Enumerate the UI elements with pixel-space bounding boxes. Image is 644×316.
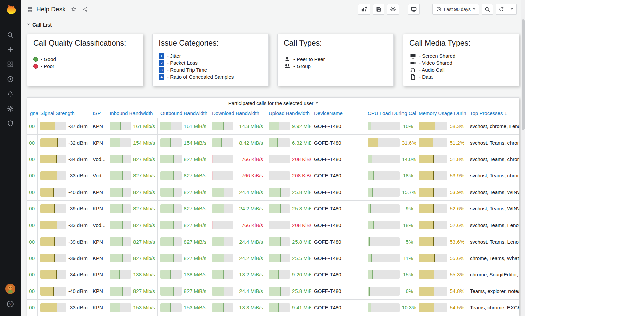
cell-signal: -33 dBm bbox=[38, 217, 90, 233]
cell-value: 24.2 MiB/s bbox=[239, 255, 263, 261]
cell-download: 24.2 MiB/s bbox=[209, 201, 266, 217]
refresh-interval-dropdown[interactable] bbox=[507, 4, 517, 15]
cell-value: 827 Mib/s bbox=[133, 255, 155, 261]
panel-call-quality: Call Quality Classifications: - Good- Po… bbox=[27, 34, 143, 86]
time-range-picker[interactable]: Last 90 days bbox=[432, 4, 479, 15]
gauge-bar bbox=[110, 303, 131, 312]
configuration-icon[interactable] bbox=[0, 101, 21, 116]
search-icon[interactable] bbox=[0, 28, 21, 42]
cell-value: -39 dBm bbox=[68, 206, 88, 211]
cell-num: 00 bbox=[27, 217, 38, 233]
gauge-bar bbox=[368, 138, 400, 147]
zoom-out-button[interactable] bbox=[482, 4, 493, 15]
column-header[interactable]: Top Processes↓ bbox=[467, 108, 519, 118]
explore-icon[interactable] bbox=[0, 72, 21, 87]
cell-inbound: 827 Mib/s bbox=[107, 201, 158, 217]
cell-num: 00 bbox=[27, 184, 38, 201]
cell-signal: -32 dBm bbox=[38, 135, 90, 151]
cell-device: GOFE-T480 bbox=[311, 201, 365, 217]
grafana-logo[interactable] bbox=[4, 3, 17, 17]
gauge-bar bbox=[212, 188, 233, 197]
cell-value: 153 Mib/s bbox=[133, 305, 155, 310]
dashboard-settings-button[interactable] bbox=[387, 4, 399, 15]
legend-label: - Screen Shared bbox=[419, 53, 455, 59]
admin-icon[interactable] bbox=[0, 116, 21, 131]
cell-value: 208 KiB/s bbox=[292, 156, 311, 162]
cell-value: 24.4 MiB/s bbox=[239, 239, 263, 245]
column-header[interactable]: Download Bandwidth bbox=[209, 108, 266, 118]
apps-grid-icon bbox=[27, 6, 33, 12]
add-panel-button[interactable] bbox=[358, 4, 370, 15]
save-dashboard-button[interactable] bbox=[373, 4, 384, 15]
cell-value: 25.8 MiB/s bbox=[292, 206, 311, 211]
cell-cpu: 18% bbox=[365, 217, 416, 233]
cell-inbound: 827 Mib/s bbox=[107, 250, 158, 266]
gauge-bar bbox=[269, 287, 290, 296]
column-header[interactable]: gnal bbox=[27, 108, 38, 118]
cell-num: 00 bbox=[27, 151, 38, 167]
help-icon[interactable]: ? bbox=[0, 297, 21, 311]
cell-device: GOFE-T480 bbox=[311, 151, 365, 167]
cell-upload: 25.8 MiB/s bbox=[266, 184, 311, 201]
cell-outbound: 154 MiB/s bbox=[158, 135, 209, 151]
legend-item: - Group bbox=[284, 63, 387, 70]
cell-mem: 52.6% bbox=[416, 217, 467, 233]
cell-value: 827 Mib/s bbox=[133, 222, 155, 228]
column-header[interactable]: Memory Usage Durin bbox=[416, 108, 467, 118]
cell-upload: 9.20 MiB/s bbox=[266, 266, 311, 283]
column-header[interactable]: Signal Strength bbox=[38, 108, 90, 118]
cell-cpu: 11% bbox=[365, 250, 416, 266]
cell-value: -39 dBm bbox=[68, 255, 88, 261]
cell-top: Teams, explorer, notes2 bbox=[467, 283, 519, 300]
legend-item: - Good bbox=[33, 56, 137, 63]
scrollbar-thumb[interactable] bbox=[522, 19, 525, 130]
refresh-button[interactable] bbox=[496, 4, 507, 15]
gauge-bar bbox=[269, 138, 290, 147]
legend-label: - Audio Call bbox=[419, 67, 445, 73]
legend-item: - Peer to Peer bbox=[284, 56, 387, 63]
gauge-bar bbox=[40, 122, 66, 130]
gauge-bar bbox=[40, 138, 66, 147]
cell-mem: 53.6% bbox=[416, 233, 467, 250]
cell-value: 8.42 MiB/s bbox=[239, 140, 263, 146]
cell-download: 24.4 MiB/s bbox=[209, 184, 266, 201]
table-panel-title[interactable]: Participated calls for the selected user bbox=[27, 98, 519, 108]
share-icon[interactable] bbox=[82, 7, 88, 12]
tv-kiosk-button[interactable] bbox=[408, 4, 420, 15]
cell-value: -33 dBm bbox=[68, 222, 88, 228]
column-header[interactable]: Inbound Bandwidth bbox=[107, 108, 158, 118]
gauge-bar bbox=[368, 287, 400, 296]
dashboards-icon[interactable] bbox=[0, 57, 21, 72]
cell-cpu: 6% bbox=[365, 283, 416, 300]
column-header[interactable]: CPU Load During Cal bbox=[365, 108, 416, 118]
column-header[interactable]: Outbound Bandwidth bbox=[158, 108, 209, 118]
alerting-icon[interactable] bbox=[0, 87, 21, 101]
panel-title: Issue Categories: bbox=[159, 39, 262, 48]
avatar[interactable] bbox=[0, 281, 21, 297]
star-icon[interactable] bbox=[71, 6, 77, 12]
cell-device: GOFE-T480 bbox=[311, 250, 365, 266]
category-badge: 4 bbox=[159, 74, 164, 80]
cell-top: svchost, Teams, chrom bbox=[467, 151, 519, 167]
column-header[interactable]: DeviceName bbox=[311, 108, 365, 118]
cell-value: 9.92 MiB/s bbox=[292, 123, 311, 129]
gauge-bar bbox=[212, 171, 233, 180]
gauge-bar bbox=[419, 155, 447, 163]
dashboard-row-call-list[interactable]: Call List bbox=[28, 21, 52, 28]
cell-mem: 51.2% bbox=[416, 135, 467, 151]
gauge-bar bbox=[419, 188, 447, 197]
gauge-bar bbox=[40, 287, 66, 296]
plus-icon[interactable] bbox=[0, 42, 21, 57]
cell-value: 11% bbox=[403, 255, 413, 261]
gauge-bar bbox=[40, 303, 66, 312]
gauge-bar bbox=[419, 171, 447, 180]
cell-top: svchost, Teams, WINW bbox=[467, 201, 519, 217]
cell-signal: -33 dBm bbox=[38, 300, 90, 316]
column-header[interactable]: ISP bbox=[90, 108, 107, 118]
legend-label: - Peer to Peer bbox=[293, 56, 325, 62]
cell-value: 208 KiB/s bbox=[292, 173, 311, 178]
cell-inbound: 827 Mib/s bbox=[107, 283, 158, 300]
column-header[interactable]: Upload Bandwidth bbox=[266, 108, 311, 118]
gauge-bar bbox=[110, 204, 131, 213]
cell-value: -32 dBm bbox=[68, 140, 88, 146]
